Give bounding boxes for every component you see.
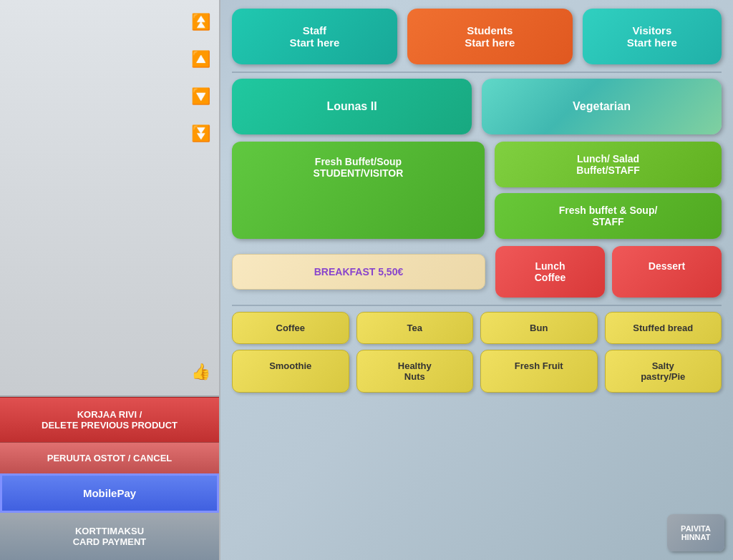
healthy-nuts-line1: Healthy [366, 360, 465, 371]
visitors-line2: Start here [600, 36, 704, 49]
separator2 [232, 305, 722, 306]
fresh-staff-button[interactable]: Fresh buffet & Soup/ STAFF [495, 193, 722, 239]
fresh-buffet-line2: STUDENT/VISITOR [245, 167, 472, 179]
peruuta-button[interactable]: PERUUTA OSTOT / CANCEL [0, 442, 219, 473]
breakfast-button[interactable]: BREAKFAST 5,50€ [232, 254, 485, 290]
staff-button[interactable]: Staff Start here [232, 9, 397, 64]
double-up-arrow[interactable]: ⏫ [191, 14, 210, 30]
fresh-staff-line2: STAFF [503, 216, 713, 227]
visitors-line1: Visitors [600, 24, 704, 36]
double-down-arrow[interactable]: ⏬ [191, 126, 210, 142]
breakfast-label: BREAKFAST 5,50€ [246, 266, 472, 277]
staff-line1: Staff [249, 24, 380, 36]
healthy-nuts-line2: Nuts [366, 371, 465, 382]
paivita-button[interactable]: PAIVITA HINNAT [667, 514, 724, 551]
paivita-line1: PAIVITA [674, 524, 717, 533]
drinks-row: Coffee Tea Bun Stuffed bread [232, 312, 722, 344]
korjaa-line1: KORJAA RIVI / [7, 409, 212, 420]
healthy-nuts-button[interactable]: Healthy Nuts [356, 350, 474, 393]
stuffed-bread-button[interactable]: Stuffed bread [605, 312, 722, 344]
mobilepay-button[interactable]: MobilePay [0, 473, 219, 513]
smoothie-label: Smoothie [241, 360, 340, 371]
paivita-line2: HINNAT [674, 533, 717, 541]
down-arrow[interactable]: 🔽 [191, 89, 210, 104]
lounas-row: Lounas II Vegetarian [232, 79, 722, 134]
mobilepay-label: MobilePay [9, 487, 210, 499]
students-line2: Start here [424, 36, 555, 49]
smoothie-button[interactable]: Smoothie [232, 350, 349, 393]
dessert-button[interactable]: Dessert [612, 246, 722, 298]
fresh-buffet-button[interactable]: Fresh Buffet/Soup STUDENT/VISITOR [232, 142, 485, 239]
right-column: Lunch/ Salad Buffet/STAFF Fresh buffet &… [495, 142, 722, 239]
sidebar-top: ⏫ 🔼 🔽 ⏬ 👍 [0, 0, 219, 397]
buffet-row: Fresh Buffet/Soup STUDENT/VISITOR Lunch/… [232, 142, 722, 239]
breakfast-row: BREAKFAST 5,50€ Lunch Coffee Dessert [232, 246, 722, 298]
lounas-label: Lounas II [249, 100, 455, 113]
stuffed-bread-label: Stuffed bread [614, 323, 713, 333]
sidebar-action-buttons: KORJAA RIVI / DELETE PREVIOUS PRODUCT PE… [0, 397, 219, 560]
students-button[interactable]: Students Start here [407, 9, 573, 64]
main-content: Staff Start here Students Start here Vis… [220, 0, 733, 560]
lunch-salad-line2: Buffet/STAFF [503, 164, 713, 176]
tea-label: Tea [366, 323, 465, 333]
fresh-fruit-label: Fresh Fruit [490, 360, 588, 371]
peruuta-label: PERUUTA OSTOT / CANCEL [7, 453, 212, 463]
lunch-coffee-line1: Lunch [507, 260, 593, 272]
lunch-salad-line1: Lunch/ Salad [503, 153, 713, 164]
visitors-button[interactable]: Visitors Start here [583, 9, 722, 64]
up-arrow[interactable]: 🔼 [191, 51, 210, 67]
salty-pastry-button[interactable]: Salty pastry/Pie [605, 350, 722, 393]
lounas-button[interactable]: Lounas II [232, 79, 472, 134]
fresh-buffet-line1: Fresh Buffet/Soup [245, 156, 472, 167]
sidebar: ⏫ 🔼 🔽 ⏬ 👍 KORJAA RIVI / DELETE PREVIOUS … [0, 0, 220, 560]
korttimaksu-button[interactable]: KORTTIMAKSU CARD PAYMENT [0, 513, 219, 560]
nav-arrows: ⏫ 🔼 🔽 ⏬ [191, 14, 210, 142]
snacks-row: Smoothie Healthy Nuts Fresh Fruit Salty … [232, 350, 722, 393]
start-row: Staff Start here Students Start here Vis… [232, 9, 722, 64]
students-line1: Students [424, 24, 555, 36]
staff-line2: Start here [249, 36, 380, 49]
salty-pastry-line1: Salty [614, 360, 713, 371]
salty-pastry-line2: pastry/Pie [614, 371, 713, 382]
fresh-staff-line1: Fresh buffet & Soup/ [503, 205, 713, 216]
lunch-salad-button[interactable]: Lunch/ Salad Buffet/STAFF [495, 142, 722, 187]
tea-button[interactable]: Tea [356, 312, 474, 344]
vegetarian-button[interactable]: Vegetarian [482, 79, 722, 134]
korttimaksu-line2: CARD PAYMENT [7, 536, 212, 547]
fresh-fruit-button[interactable]: Fresh Fruit [480, 350, 598, 393]
coffee-dessert-group: Lunch Coffee Dessert [495, 246, 722, 298]
korttimaksu-line1: KORTTIMAKSU [7, 526, 212, 536]
separator1 [232, 72, 722, 73]
korjaa-line2: DELETE PREVIOUS PRODUCT [7, 420, 212, 431]
lunch-coffee-button[interactable]: Lunch Coffee [495, 246, 605, 298]
bun-button[interactable]: Bun [480, 312, 598, 344]
bun-label: Bun [490, 323, 588, 333]
thumb-icon: 👍 [191, 363, 210, 381]
dessert-label: Dessert [623, 260, 710, 272]
coffee-button[interactable]: Coffee [232, 312, 349, 344]
korjaa-button[interactable]: KORJAA RIVI / DELETE PREVIOUS PRODUCT [0, 397, 219, 442]
coffee-label: Coffee [241, 323, 340, 333]
lunch-coffee-line2: Coffee [507, 272, 593, 283]
vegetarian-label: Vegetarian [499, 100, 704, 113]
